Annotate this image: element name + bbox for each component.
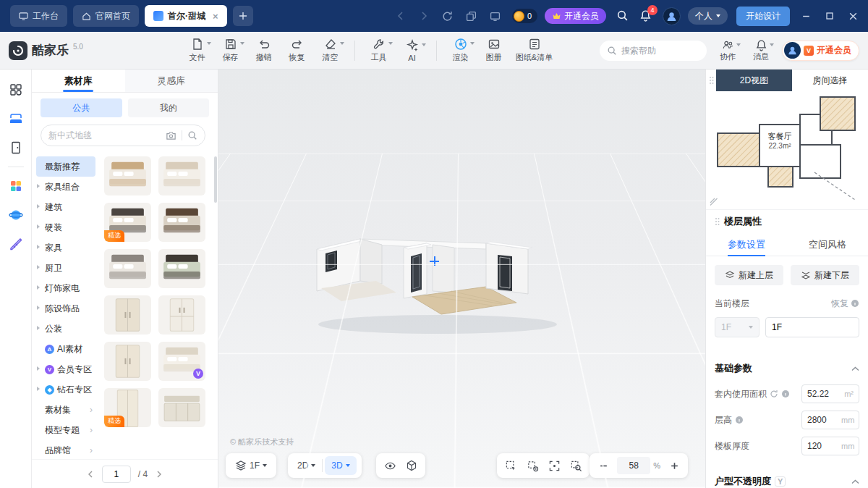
subtab-public[interactable]: 公共 [41, 98, 122, 117]
tab-material-library[interactable]: 素材库 [32, 70, 125, 92]
search-icon[interactable] [187, 130, 197, 140]
material-search[interactable] [41, 125, 205, 146]
membership-pill[interactable]: V 开通会员 [782, 41, 859, 61]
search-icon[interactable] [616, 9, 629, 22]
area-input[interactable] [807, 389, 839, 399]
design-tools-nav-icon[interactable] [3, 231, 29, 257]
furniture-nav-icon[interactable] [3, 106, 29, 132]
forward-icon[interactable] [419, 11, 429, 21]
floorplan-minimap[interactable]: 客餐厅 22.3m² [706, 91, 868, 210]
category-item[interactable]: 公装 [36, 319, 95, 339]
opacity-section-header[interactable]: 户型不透明度 Y [706, 469, 868, 488]
coin-balance[interactable]: 0 [512, 9, 537, 23]
help-search[interactable] [600, 41, 707, 61]
close-tab-icon[interactable]: × [213, 11, 218, 22]
plugins-nav-icon[interactable] [3, 173, 29, 199]
category-item[interactable]: 最新推荐 [36, 156, 95, 177]
material-thumbnail-wardrobe[interactable] [104, 295, 151, 335]
zoom-in-icon[interactable] [663, 453, 685, 478]
category-item-ai[interactable]: AAI素材 [36, 339, 95, 359]
design-canvas-3d[interactable]: © 酷家乐技术支持 1F 2D 3D [218, 70, 705, 488]
collaborate-button[interactable]: 协作 [715, 39, 740, 62]
height-input[interactable] [807, 415, 839, 425]
page-input-box[interactable] [102, 466, 131, 483]
notifications-bell-icon[interactable]: 4 [639, 9, 652, 22]
ai-button[interactable]: AI [397, 38, 427, 64]
category-item-brands[interactable]: 品牌馆› [36, 440, 95, 459]
app-logo[interactable]: 酷家乐 5.0 [9, 41, 139, 60]
category-item-vip[interactable]: V会员专区 [36, 359, 95, 379]
floor-name-input[interactable] [766, 318, 859, 337]
category-item-diamond[interactable]: ◆钻石专区 [36, 379, 95, 400]
floorplan-3d-model[interactable] [304, 211, 564, 342]
material-thumbnail-bed[interactable] [158, 203, 205, 242]
render-button[interactable]: 渲染 [446, 36, 476, 64]
material-thumbnail-bed[interactable] [158, 156, 205, 195]
transform-area-icon[interactable] [522, 453, 543, 478]
material-thumbnail-wardrobe[interactable]: 精选 [104, 388, 151, 427]
messages-button[interactable]: 消息 [749, 39, 773, 62]
material-thumbnail-bed[interactable] [158, 249, 205, 288]
subtab-mine[interactable]: 我的 [128, 98, 210, 117]
new-lower-floor-button[interactable]: 新建下层 [791, 265, 859, 285]
material-thumbnail-wardrobe[interactable] [104, 342, 151, 381]
resize-handle-icon[interactable] [710, 198, 718, 206]
category-item[interactable]: 厨卫 [36, 258, 95, 278]
prev-page-icon[interactable] [86, 470, 95, 479]
tools-button[interactable]: 工具 [364, 36, 394, 64]
open-membership-button[interactable]: 开通会员 [545, 8, 606, 24]
undo-button[interactable]: 撤销 [249, 36, 279, 64]
mode-3d-button[interactable]: 3D [325, 456, 356, 475]
select-area-icon[interactable] [500, 453, 522, 478]
tab-project[interactable]: 首尔·甜城 × [145, 5, 227, 27]
slab-input[interactable] [807, 441, 839, 451]
orbit-cube-icon[interactable] [401, 453, 422, 478]
material-thumbnail-bed[interactable] [104, 156, 151, 195]
material-thumbnail-cabinet[interactable] [158, 388, 205, 427]
category-item[interactable]: 硬装 [36, 217, 95, 237]
globe-nav-icon[interactable] [3, 202, 29, 228]
category-item-topics[interactable]: 模型专题› [36, 420, 95, 440]
collapse-up-icon[interactable] [851, 366, 859, 371]
close-icon[interactable] [848, 12, 858, 21]
category-item[interactable]: 陈设饰品 [36, 298, 95, 319]
clear-button[interactable]: 清空 [315, 36, 346, 64]
minimize-icon[interactable] [801, 12, 811, 21]
basic-params-header[interactable]: 基础参数 [706, 356, 868, 381]
camera-icon[interactable] [166, 130, 176, 141]
focus-target-icon[interactable] [543, 453, 565, 478]
start-design-button[interactable]: 开始设计 [736, 7, 790, 26]
back-icon[interactable] [396, 11, 406, 21]
restore-link[interactable]: 恢复 [831, 298, 859, 310]
zoom-area-icon[interactable] [565, 453, 587, 478]
new-tab-button[interactable] [233, 6, 253, 26]
category-item-collections[interactable]: 素材集› [36, 400, 95, 420]
height-value-box[interactable]: mm [801, 411, 859, 429]
info-icon[interactable] [735, 416, 744, 424]
slab-value-box[interactable]: mm [801, 437, 859, 455]
models-nav-icon[interactable] [3, 77, 29, 103]
tab-inspiration-library[interactable]: 灵感库 [125, 70, 218, 92]
album-button[interactable]: 图册 [479, 36, 509, 64]
collapse-up-icon[interactable] [851, 479, 859, 484]
zoom-value[interactable]: 58 [617, 457, 650, 474]
duplicate-icon[interactable] [466, 11, 477, 22]
recalc-icon[interactable] [770, 390, 778, 398]
floor-select[interactable]: 1F [715, 317, 760, 337]
category-item[interactable]: 家具 [36, 237, 95, 258]
material-thumbnail-bed[interactable]: V [158, 342, 205, 381]
page-input[interactable] [103, 466, 130, 482]
next-page-icon[interactable] [155, 470, 163, 479]
refresh-icon[interactable] [442, 11, 453, 22]
file-button[interactable]: 文件 [182, 36, 213, 64]
drag-handle-icon[interactable] [715, 217, 720, 226]
help-search-input[interactable] [621, 46, 694, 56]
zoom-out-icon[interactable] [592, 453, 614, 478]
material-thumbnail-bed[interactable] [104, 249, 151, 288]
material-thumbnail-bed[interactable]: 精选 [104, 203, 151, 242]
visibility-eye-icon[interactable] [379, 453, 401, 478]
floor-name-box[interactable] [765, 317, 859, 337]
mode-2d-button[interactable]: 2D [291, 453, 322, 478]
material-search-input[interactable] [48, 130, 161, 140]
floor-layers-button[interactable]: 1F [229, 453, 273, 478]
